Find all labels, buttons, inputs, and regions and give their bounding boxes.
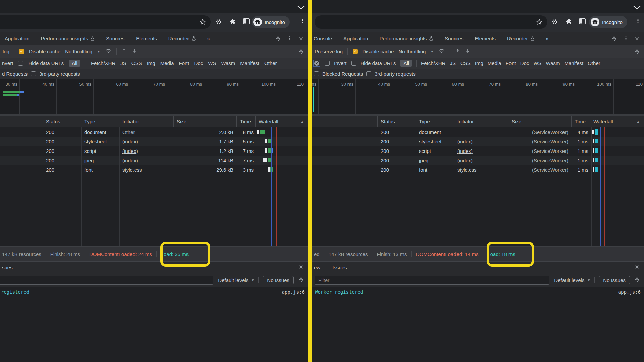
clear-filter-icon[interactable] [313, 60, 320, 67]
filter-fetch-xhr[interactable]: Fetch/XHR [91, 60, 115, 66]
filter-manifest[interactable]: Manifest [240, 60, 259, 66]
more-tabs-chevron[interactable]: » [207, 36, 210, 41]
filter-img[interactable]: Img [147, 60, 155, 66]
close-icon[interactable] [635, 265, 639, 270]
table-row[interactable]: 200 font style.css 29.6 kB 3 ms [0, 165, 308, 174]
close-icon[interactable] [299, 265, 303, 270]
more-tabs-chevron[interactable]: » [546, 36, 549, 41]
devtools-menu-icon[interactable] [623, 36, 629, 42]
log-levels-select[interactable]: Default levels▼ [554, 277, 590, 283]
network-conditions-icon[interactable] [438, 48, 445, 55]
settings-gear-icon[interactable] [275, 36, 281, 43]
table-row[interactable]: 200 font style.css (ServiceWorker) 1 ms [312, 165, 644, 174]
bookmark-star-icon[interactable] [199, 19, 206, 27]
source-link[interactable]: app.js:6 [618, 289, 641, 295]
tab-elements[interactable]: Elements [475, 36, 496, 41]
initiator-link[interactable]: (index) [119, 139, 174, 144]
extensions-puzzle-icon[interactable] [229, 18, 236, 26]
console-filter-input[interactable] [0, 276, 213, 285]
export-har-icon[interactable] [131, 48, 137, 55]
import-har-icon[interactable] [121, 48, 127, 55]
preserve-log-label[interactable]: Preserve log [315, 49, 343, 54]
filter-css[interactable]: CSS [131, 60, 142, 66]
blocked-requests-checkbox[interactable] [314, 71, 319, 76]
source-link[interactable]: app.js:6 [282, 289, 305, 295]
disable-cache-checkbox[interactable] [19, 49, 24, 54]
address-bar[interactable] [0, 15, 211, 29]
col-size[interactable]: Size [174, 116, 237, 127]
throttling-select[interactable]: No throttling [65, 49, 92, 54]
filter-js[interactable]: JS [120, 60, 126, 66]
side-panel-icon[interactable] [579, 18, 586, 26]
table-row[interactable]: 200 jpeg (index) (ServiceWorker) 1 ms [312, 156, 644, 165]
filter-ws[interactable]: WS [533, 60, 541, 66]
chevron-down-icon[interactable] [633, 5, 641, 11]
console-filter-input[interactable] [315, 276, 549, 285]
tab-issues[interactable]: sues [2, 265, 13, 270]
hide-data-urls-checkbox[interactable] [18, 61, 23, 66]
tab-application[interactable]: Application [343, 36, 368, 41]
chevron-down-icon[interactable]: ▼ [97, 50, 100, 53]
col-time[interactable]: Time [572, 116, 590, 127]
table-row[interactable]: 200 stylesheet (index) (ServiceWorker) 1… [312, 137, 644, 146]
side-panel-icon[interactable] [243, 18, 250, 26]
col-size[interactable]: Size [508, 116, 572, 127]
filter-all[interactable]: All [69, 60, 80, 67]
address-bar[interactable] [315, 15, 547, 29]
filter-manifest[interactable]: Manifest [565, 60, 584, 66]
tab-application[interactable]: Application [5, 36, 29, 41]
col-status[interactable]: Status [43, 116, 81, 127]
sort-arrow-icon[interactable]: ▲ [300, 120, 304, 124]
table-row[interactable]: 200 jpeg (index) 114 kB 7 ms [0, 156, 308, 165]
col-name[interactable] [0, 116, 43, 127]
tab-issues[interactable]: Issues [332, 265, 347, 270]
extensions-puzzle-icon[interactable] [566, 18, 572, 26]
log-levels-select[interactable]: Default levels▼ [218, 277, 254, 283]
filter-ws[interactable]: WS [208, 60, 216, 66]
tab-performance-insights[interactable]: Performance insights [379, 36, 433, 42]
table-row[interactable]: 200 script (index) (ServiceWorker) 1 ms [312, 146, 644, 156]
filter-doc[interactable]: Doc [194, 60, 203, 66]
console-settings-gear-icon[interactable] [298, 277, 304, 284]
export-har-icon[interactable] [465, 48, 470, 55]
throttling-select[interactable]: No throttling [398, 49, 426, 54]
filter-media[interactable]: Media [160, 60, 174, 66]
col-waterfall[interactable]: Waterfall [590, 116, 644, 127]
browser-menu-icon[interactable] [300, 18, 305, 25]
filter-img[interactable]: Img [475, 60, 483, 66]
filter-wasm[interactable]: Wasm [221, 60, 235, 66]
filter-font[interactable]: Font [179, 60, 189, 66]
network-settings-gear-icon[interactable] [634, 49, 640, 56]
col-time[interactable]: Time [237, 116, 256, 127]
tab-console[interactable]: Console [314, 36, 332, 41]
preserve-log-label[interactable]: log [3, 49, 9, 54]
table-row[interactable]: 200 document Other 2.0 kB 8 ms [0, 127, 308, 137]
col-initiator[interactable]: Initiator [454, 116, 508, 127]
chevron-down-icon[interactable]: ▼ [430, 50, 434, 53]
browser-menu-icon[interactable] [635, 18, 641, 25]
initiator-link[interactable]: style.css [454, 167, 508, 173]
initiator-link[interactable]: (index) [454, 139, 508, 144]
filter-other[interactable]: Other [264, 60, 277, 66]
filter-js[interactable]: JS [450, 60, 456, 66]
filter-fetch-xhr[interactable]: Fetch/XHR [421, 60, 445, 66]
col-type[interactable]: Type [81, 116, 119, 127]
console-settings-gear-icon[interactable] [634, 277, 640, 284]
hide-data-urls-checkbox[interactable] [351, 61, 356, 66]
table-row[interactable]: 200 document (ServiceWorker) 4 ms [312, 127, 644, 137]
tab-sources[interactable]: Sources [106, 36, 124, 41]
third-party-checkbox[interactable] [31, 71, 36, 76]
network-overview[interactable]: ns 30 ms 40 ms 50 ms 60 ms 70 ms 80 ms 9… [312, 79, 644, 116]
tab-sources[interactable]: Sources [445, 36, 463, 41]
col-status[interactable]: Status [378, 116, 416, 127]
sort-arrow-icon[interactable]: ▲ [636, 120, 640, 124]
tab-recorder[interactable]: Recorder [507, 36, 535, 42]
filter-doc[interactable]: Doc [520, 60, 529, 66]
network-conditions-icon[interactable] [105, 48, 112, 55]
import-har-icon[interactable] [455, 48, 460, 55]
drawer-tab[interactable]: ew [314, 265, 320, 270]
tab-elements[interactable]: Elements [136, 36, 157, 41]
initiator-link[interactable]: (index) [454, 148, 508, 154]
col-initiator[interactable]: Initiator [119, 116, 174, 127]
filter-other[interactable]: Other [588, 60, 600, 66]
